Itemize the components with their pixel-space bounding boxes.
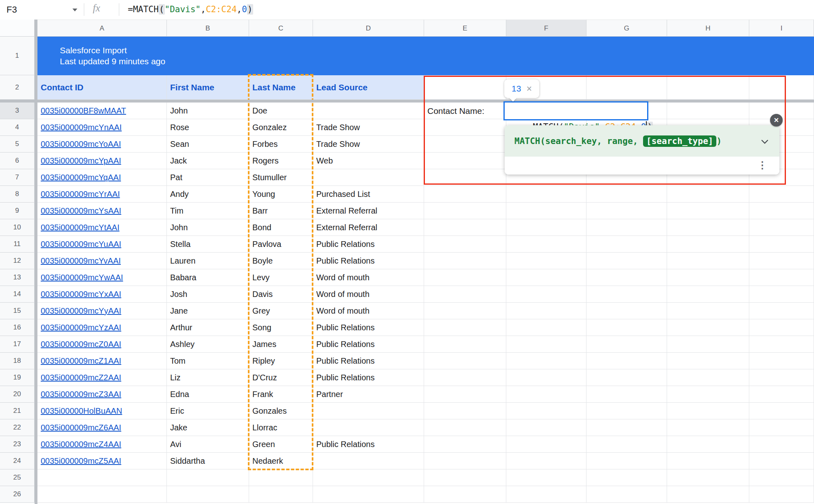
- cell-B16[interactable]: Arthur: [167, 319, 249, 336]
- row-header-2[interactable]: 2: [0, 75, 35, 100]
- cell-D21[interactable]: [313, 403, 424, 419]
- cell-H16[interactable]: [667, 319, 749, 336]
- function-signature[interactable]: MATCH(search_key, range, [search_type]): [505, 125, 779, 157]
- cell-H10[interactable]: [667, 219, 749, 236]
- row-header-1[interactable]: 1: [0, 37, 35, 75]
- row-header-16[interactable]: 16: [0, 319, 35, 336]
- select-all-corner[interactable]: [0, 20, 35, 37]
- cell-F21[interactable]: [506, 403, 586, 419]
- row-header-15[interactable]: 15: [0, 303, 35, 319]
- cell-F13[interactable]: [506, 269, 586, 286]
- cell-C21[interactable]: Gonzales: [249, 403, 313, 419]
- cell-I8[interactable]: [749, 186, 814, 203]
- cell-A9[interactable]: 0035i000009mcYsAAI: [37, 203, 167, 219]
- cell-C6[interactable]: Rogers: [249, 153, 313, 169]
- contact-id-link[interactable]: 0035i000009mcZ4AAI: [41, 440, 121, 449]
- name-box[interactable]: F3: [0, 0, 81, 19]
- cell-banner-row1[interactable]: Salesforce Import Last updated 9 minutes…: [37, 37, 814, 75]
- cell-B3[interactable]: John: [167, 103, 249, 119]
- column-header-D[interactable]: D: [313, 20, 424, 37]
- cell-H15[interactable]: [667, 303, 749, 319]
- cell-E17[interactable]: [424, 336, 506, 353]
- cell-E6[interactable]: [424, 153, 506, 169]
- cell-G2[interactable]: [586, 75, 667, 100]
- cell-C3[interactable]: Doe: [249, 103, 313, 119]
- cell-D11[interactable]: Public Relations: [313, 236, 424, 253]
- contact-id-link[interactable]: 0035i000009mcYwAAI: [41, 273, 123, 282]
- cell-D16[interactable]: Public Relations: [313, 319, 424, 336]
- cell-H20[interactable]: [667, 386, 749, 403]
- cell-A26[interactable]: [37, 486, 167, 503]
- cell-B6[interactable]: Jack: [167, 153, 249, 169]
- row-header-4[interactable]: 4: [0, 119, 35, 136]
- cell-H14[interactable]: [667, 286, 749, 303]
- row-header-9[interactable]: 9: [0, 203, 35, 219]
- cell-A19[interactable]: 0035i000009mcZ2AAI: [37, 369, 167, 386]
- column-header-C[interactable]: C: [249, 20, 313, 37]
- cell-C11[interactable]: Pavlova: [249, 236, 313, 253]
- cell-B4[interactable]: Rose: [167, 119, 249, 136]
- contact-id-link[interactable]: 0035i000009mcYpAAI: [41, 156, 121, 166]
- cell-A24[interactable]: 0035i000009mcZ5AAI: [37, 453, 167, 469]
- column-header-F[interactable]: F: [506, 20, 586, 37]
- cell-A11[interactable]: 0035i000009mcYuAAI: [37, 236, 167, 253]
- cell-B17[interactable]: Ashley: [167, 336, 249, 353]
- cell-A18[interactable]: 0035i000009mcZ1AAI: [37, 353, 167, 369]
- cell-H23[interactable]: [667, 436, 749, 453]
- row-header-13[interactable]: 13: [0, 269, 35, 286]
- cell-I24[interactable]: [749, 453, 814, 469]
- cell-C23[interactable]: Green: [249, 436, 313, 453]
- cell-A23[interactable]: 0035i000009mcZ4AAI: [37, 436, 167, 453]
- cell-B12[interactable]: Lauren: [167, 253, 249, 269]
- row-header-3[interactable]: 3: [0, 103, 35, 119]
- cell-D14[interactable]: Word of mouth: [313, 286, 424, 303]
- cell-A21[interactable]: 0035i00000HolBuAAN: [37, 403, 167, 419]
- column-header-A[interactable]: A: [37, 20, 167, 37]
- contact-id-link[interactable]: 0035i000009mcYsAAI: [41, 206, 121, 216]
- cell-B18[interactable]: Tom: [167, 353, 249, 369]
- cell-B25[interactable]: [167, 469, 249, 486]
- row-header-26[interactable]: 26: [0, 486, 35, 503]
- cell-A15[interactable]: 0035i000009mcYyAAI: [37, 303, 167, 319]
- cell-H19[interactable]: [667, 369, 749, 386]
- row-header-8[interactable]: 8: [0, 186, 35, 203]
- cell-D5[interactable]: Trade Show: [313, 136, 424, 153]
- cell-F24[interactable]: [506, 453, 586, 469]
- row-header-25[interactable]: 25: [0, 469, 35, 486]
- cell-F17[interactable]: [506, 336, 586, 353]
- cell-E4[interactable]: [424, 119, 506, 136]
- column-header-E[interactable]: E: [424, 20, 506, 37]
- cell-C2[interactable]: Last Name: [249, 75, 313, 100]
- cell-G11[interactable]: [586, 236, 667, 253]
- cell-C7[interactable]: Stumuller: [249, 169, 313, 186]
- cell-H21[interactable]: [667, 403, 749, 419]
- cell-G25[interactable]: [586, 469, 667, 486]
- row-header-11[interactable]: 11: [0, 236, 35, 253]
- cell-F16[interactable]: [506, 319, 586, 336]
- cell-F10[interactable]: [506, 219, 586, 236]
- cell-D12[interactable]: Public Relations: [313, 253, 424, 269]
- cell-F26[interactable]: [506, 486, 586, 503]
- cell-G9[interactable]: [586, 203, 667, 219]
- cell-F9[interactable]: [506, 203, 586, 219]
- row-header-18[interactable]: 18: [0, 353, 35, 369]
- cell-D18[interactable]: Public Relations: [313, 353, 424, 369]
- cell-B13[interactable]: Babara: [167, 269, 249, 286]
- cell-G16[interactable]: [586, 319, 667, 336]
- close-hint-button[interactable]: ✕: [770, 114, 783, 127]
- cell-A25[interactable]: [37, 469, 167, 486]
- cell-B15[interactable]: Jane: [167, 303, 249, 319]
- cell-I23[interactable]: [749, 436, 814, 453]
- cell-A22[interactable]: 0035i000009mcZ6AAI: [37, 419, 167, 436]
- cell-E15[interactable]: [424, 303, 506, 319]
- cell-E14[interactable]: [424, 286, 506, 303]
- cell-B22[interactable]: Jake: [167, 419, 249, 436]
- column-header-B[interactable]: B: [167, 20, 249, 37]
- cell-G19[interactable]: [586, 369, 667, 386]
- cell-C8[interactable]: Young: [249, 186, 313, 203]
- row-header-20[interactable]: 20: [0, 386, 35, 403]
- contact-id-link[interactable]: 0035i000009mcYqAAI: [41, 173, 121, 182]
- cell-C9[interactable]: Barr: [249, 203, 313, 219]
- cell-D13[interactable]: Word of mouth: [313, 269, 424, 286]
- cell-E11[interactable]: [424, 236, 506, 253]
